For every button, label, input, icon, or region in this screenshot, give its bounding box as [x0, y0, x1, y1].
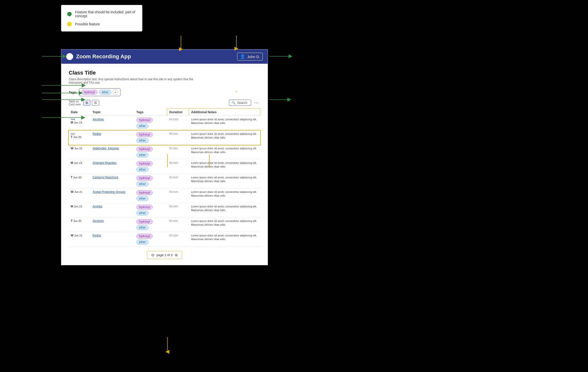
tags-cell: hydroxylether [134, 203, 167, 217]
topic-link[interactable]: Grignard Reaction [93, 161, 116, 165]
tag-hydroxyl[interactable]: hydroxyl [136, 161, 153, 166]
table-view-button[interactable]: ⊞ [83, 100, 90, 106]
topic-link[interactable]: Alcohols [93, 219, 104, 223]
date-cell: T Jun 20 [69, 174, 91, 188]
user-name: John D. [247, 55, 260, 59]
user-menu[interactable]: 👤 John D. [237, 53, 263, 61]
table-row: M Jun 19 Grignard Reactionhydroxyletherh… [69, 159, 260, 174]
table-row: New T Jun 20 Redoxhydroxyletherhh:mmLore… [69, 130, 260, 145]
tag-ether[interactable]: ether [136, 138, 148, 143]
tag-ether[interactable]: ether [136, 240, 148, 245]
legend-yellow-label: Possible feature [75, 22, 100, 26]
date-cell: W Jun 21 [69, 188, 91, 203]
topic-link[interactable]: Redox [93, 234, 101, 237]
legend-item-green: Feature that should be included, part of… [67, 10, 136, 18]
tag-hydroxyl[interactable]: hydroxyl [136, 219, 153, 224]
more-options-button[interactable]: ··· [253, 100, 260, 106]
date-cell: T Jun 20 [69, 217, 91, 232]
tag-ether[interactable]: ether [136, 196, 148, 201]
tag-hydroxyl[interactable]: hydroxyl [136, 205, 153, 210]
tag-ether[interactable]: ether [136, 225, 148, 230]
col-date: Date [69, 108, 91, 116]
tags-cell: hydroxylether [134, 130, 167, 145]
search-icon: 🔍 [232, 101, 236, 105]
tags-cell: hydroxylether [134, 145, 167, 159]
date-cell: W Jun 21 [69, 232, 91, 247]
page-indicator: page 1 of 3 [156, 253, 172, 257]
duration-cell: hh:mm [167, 174, 189, 188]
table-row: W Jun 21 Acetal Protecting Groupshydroxy… [69, 188, 260, 203]
duration-cell: hh:mm [167, 116, 189, 130]
duration-cell: hh:mm [167, 203, 189, 217]
prev-page-button[interactable]: ⊖ [151, 253, 154, 257]
topic-cell: Alcohols [91, 116, 134, 130]
tag-hydroxyl[interactable]: hydroxyl [136, 132, 153, 137]
tag-ether[interactable]: ether [136, 124, 148, 128]
tag-hydroxyl[interactable]: hydroxyl [136, 190, 153, 195]
duration-cell: hh:mm [167, 217, 189, 232]
topic-cell: Grignard Reaction [91, 159, 134, 174]
tag-hydroxyl[interactable]: hydroxyl [136, 147, 153, 152]
notes-cell: Lorem ipsum dolor sit amet, consectetur … [189, 159, 260, 174]
green-dot [67, 12, 72, 16]
topic-link[interactable]: Alcohols [93, 118, 104, 121]
search-label: Search [237, 101, 247, 105]
tag-ether[interactable]: ether [136, 153, 148, 157]
topic-cell: Redox [91, 130, 134, 145]
toolbar-row: Table vsCard view ⊞ ☰ 🔍 Search ··· [69, 100, 260, 106]
notes-cell: Lorem ipsum dolor sit amet, consectetur … [189, 203, 260, 217]
topic-link[interactable]: Acetal Protecting Groups [93, 190, 125, 194]
date-cell: M Jun 19 [69, 203, 91, 217]
duration-cell: hh:mm [167, 188, 189, 203]
table-row: W Jun 21 Redoxhydroxyletherhh:mmLorem ip… [69, 232, 260, 247]
table-icon: ⊞ [85, 101, 88, 105]
tag-ether[interactable]: ether [136, 167, 148, 172]
tag-hydroxyl[interactable]: hydroxyl [136, 118, 153, 123]
notes-cell: Lorem ipsum dolor sit amet, consectetur … [189, 232, 260, 247]
topic-cell: Redox [91, 232, 134, 247]
col-notes: Additional Notes [189, 108, 260, 116]
recordings-table: Date Topic Tags Duration Additional Note… [69, 108, 260, 247]
topic-link[interactable]: Carbonyl Reactions [93, 176, 118, 179]
tag-ether[interactable]: ether [136, 182, 148, 186]
card-icon: ☰ [94, 101, 97, 105]
table-row: T Jun 20 Carbonyl Reactionshydroxylether… [69, 174, 260, 188]
topic-cell: Carbonyl Reactions [91, 174, 134, 188]
view-toggle: Table vsCard view ⊞ ☰ [69, 100, 99, 106]
duration-cell: hh:mm [167, 130, 189, 145]
add-tag-button[interactable]: + [113, 90, 118, 95]
next-page-button[interactable]: ⊕ [175, 253, 178, 257]
notes-cell: Lorem ipsum dolor sit amet, consectetur … [189, 116, 260, 130]
date-cell: M Jun 19 [69, 159, 91, 174]
table-row: New M Jun 19 Alcoholshydroxyletherhh:mmL… [69, 116, 260, 130]
table-row: W Jun 21 Aldehydes, Ketoneshydroxylether… [69, 145, 260, 159]
card-view-button[interactable]: ☰ [92, 100, 99, 106]
main-content: Class Title Class description text. Any … [61, 64, 268, 265]
notes-cell: Lorem ipsum dolor sit amet, consectetur … [189, 130, 260, 145]
class-title: Class Title [69, 70, 260, 76]
date-cell: New T Jun 20 [69, 130, 91, 145]
tags-cell: hydroxylether [134, 174, 167, 188]
search-box[interactable]: 🔍 Search [229, 100, 251, 106]
topic-link[interactable]: Redox [93, 132, 101, 136]
tag-hydroxyl[interactable]: hydroxyl [81, 90, 98, 95]
tags-row: Tags: hydroxyl ether + [69, 88, 260, 96]
yellow-dot [67, 22, 72, 26]
topic-link[interactable]: Amines [93, 205, 102, 208]
tags-cell: hydroxylether [134, 232, 167, 247]
col-topic: Topic [91, 108, 134, 116]
topic-link[interactable]: Aldehydes, Ketones [93, 147, 119, 150]
tag-ether[interactable]: ether [99, 90, 111, 95]
notes-cell: Lorem ipsum dolor sit amet, consectetur … [189, 174, 260, 188]
class-description: Class description text. Any special inst… [69, 78, 202, 84]
duration-cell: hh:mm [167, 232, 189, 247]
pagination: ⊖ page 1 of 3 ⊕ [147, 251, 182, 259]
tag-hydroxyl[interactable]: hydroxyl [136, 234, 153, 239]
table-row: M Jun 19 Amineshydroxyletherhh:mmLorem i… [69, 203, 260, 217]
notes-cell: Lorem ipsum dolor sit amet, consectetur … [189, 145, 260, 159]
tag-hydroxyl[interactable]: hydroxyl [136, 176, 153, 181]
notes-cell: Lorem ipsum dolor sit amet, consectetur … [189, 217, 260, 232]
tag-ether[interactable]: ether [136, 211, 148, 216]
tags-cell: hydroxylether [134, 159, 167, 174]
logo-circle [66, 53, 73, 60]
